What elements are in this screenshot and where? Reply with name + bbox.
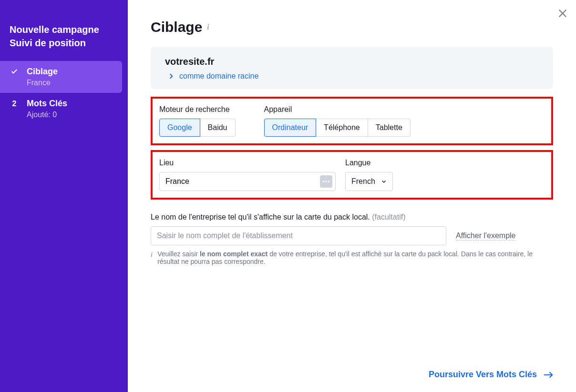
domain-card: votresite.fr comme domaine racine	[151, 47, 553, 89]
step-title: Ciblage	[27, 67, 58, 77]
sidebar: Nouvelle campagne Suivi de position Cibl…	[0, 0, 128, 392]
search-engine-field: Moteur de recherche Google Baidu	[159, 105, 236, 137]
close-button[interactable]	[556, 7, 569, 20]
location-field: Lieu	[159, 159, 336, 191]
svg-point-3	[325, 181, 327, 182]
field-label: Lieu	[159, 159, 336, 167]
search-engine-google[interactable]: Google	[159, 119, 200, 137]
close-icon	[557, 8, 568, 19]
sidebar-header: Nouvelle campagne Suivi de position	[0, 23, 128, 61]
device-field: Appareil Ordinateur Téléphone Tablette	[264, 105, 411, 137]
location-input-wrap[interactable]	[159, 172, 336, 191]
footer: Poursuivre Vers Mots Clés	[151, 370, 553, 382]
step-number: 2	[10, 99, 19, 108]
info-icon: i	[151, 251, 153, 259]
field-label: Moteur de recherche	[159, 105, 236, 114]
check-icon	[10, 67, 19, 75]
domain-name: votresite.fr	[165, 56, 539, 67]
business-name-label: Le nom de l'entreprise tel qu'il s'affic…	[151, 213, 553, 221]
sidebar-step-ciblage[interactable]: Ciblage France	[0, 61, 122, 93]
search-engine-segmented: Google Baidu	[159, 119, 236, 137]
device-segmented: Ordinateur Téléphone Tablette	[264, 119, 411, 137]
highlight-box-1: Moteur de recherche Google Baidu Apparei…	[151, 97, 553, 145]
step-subtitle: Ajouté: 0	[27, 111, 67, 119]
highlight-box-2: Lieu Langue French	[151, 150, 553, 200]
step-subtitle: France	[27, 79, 58, 87]
step-title: Mots Clés	[27, 99, 67, 109]
main-content: Ciblage i votresite.fr comme domaine rac…	[128, 0, 576, 392]
arrow-right-icon	[544, 371, 553, 379]
search-engine-baidu[interactable]: Baidu	[200, 119, 236, 137]
location-input[interactable]	[165, 177, 320, 186]
sidebar-step-mots-cles[interactable]: 2 Mots Clés Ajouté: 0	[0, 93, 128, 125]
sidebar-title-1: Nouvelle campagne	[10, 23, 118, 36]
dots-icon	[322, 180, 330, 183]
chevron-right-icon	[168, 73, 175, 80]
language-select[interactable]: French	[345, 172, 393, 191]
sidebar-title-2: Suivi de position	[10, 36, 118, 50]
device-ordinateur[interactable]: Ordinateur	[264, 119, 317, 137]
page-title: Ciblage i	[151, 19, 553, 35]
field-label: Langue	[345, 159, 393, 167]
language-field: Langue French	[345, 159, 393, 191]
domain-root-link[interactable]: comme domaine racine	[165, 72, 539, 80]
device-telephone[interactable]: Téléphone	[316, 119, 368, 137]
next-button[interactable]: Poursuivre Vers Mots Clés	[429, 370, 553, 380]
chevron-down-icon	[381, 179, 387, 184]
svg-point-4	[328, 181, 330, 182]
svg-point-2	[323, 181, 325, 182]
info-icon[interactable]: i	[207, 23, 209, 31]
business-hint: i Veuillez saisir le nom complet exact d…	[151, 250, 551, 265]
show-example-link[interactable]: Afficher l'exemple	[456, 231, 515, 241]
field-label: Appareil	[264, 105, 411, 114]
business-name-input[interactable]	[151, 226, 446, 245]
device-tablette[interactable]: Tablette	[368, 119, 411, 137]
location-options-button[interactable]	[320, 175, 332, 188]
